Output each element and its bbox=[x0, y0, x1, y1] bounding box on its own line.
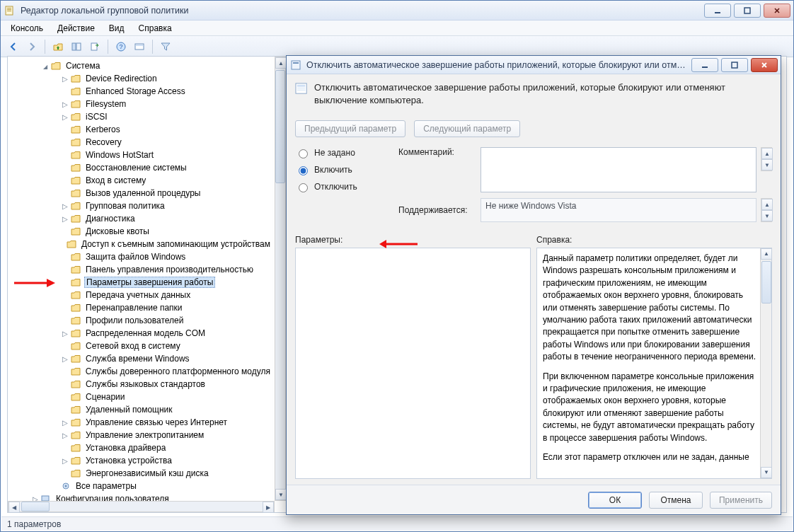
tree-item[interactable]: Kerberos bbox=[9, 123, 275, 136]
tree-item[interactable]: Enhanced Storage Access bbox=[9, 85, 275, 98]
tree-item[interactable]: Управление связью через Интернет bbox=[9, 416, 275, 429]
tree-item[interactable]: Filesystem bbox=[9, 98, 275, 110]
expand-toggle-icon[interactable] bbox=[60, 330, 70, 337]
expand-toggle-icon[interactable] bbox=[60, 432, 70, 439]
menu-console[interactable]: Консоль bbox=[5, 22, 49, 35]
expand-toggle-icon[interactable] bbox=[60, 202, 70, 210]
tree-item[interactable]: Энергонезависимый кэш диска bbox=[9, 467, 275, 480]
previous-setting-button[interactable]: Предыдущий параметр bbox=[295, 120, 405, 137]
dialog-maximize-button[interactable] bbox=[721, 58, 748, 72]
tree-item-label: Распределенная модель COM bbox=[84, 328, 207, 338]
scroll-up-button[interactable]: ▲ bbox=[275, 57, 287, 69]
expand-toggle-icon[interactable] bbox=[30, 495, 40, 502]
scroll-down-button[interactable]: ▼ bbox=[761, 467, 772, 478]
options-button[interactable] bbox=[131, 38, 148, 55]
folder-icon bbox=[70, 175, 81, 185]
menu-action[interactable]: Действие bbox=[52, 22, 100, 35]
menu-help[interactable]: Справка bbox=[133, 22, 178, 35]
tree-item[interactable]: Распределенная модель COM bbox=[9, 327, 275, 340]
tree-item[interactable]: Windows HotStart bbox=[9, 149, 275, 161]
scroll-up-button[interactable]: ▲ bbox=[761, 148, 773, 159]
nav-back-button[interactable] bbox=[5, 38, 22, 55]
tree-item[interactable]: Групповая политика bbox=[9, 200, 275, 212]
tree-item[interactable]: Device Redirection bbox=[9, 72, 275, 85]
export-list-button[interactable] bbox=[86, 38, 103, 55]
close-button[interactable] bbox=[764, 4, 790, 18]
tree-item[interactable]: Дисковые квоты bbox=[9, 225, 275, 238]
expand-toggle-icon[interactable] bbox=[60, 215, 70, 223]
tree-item-system[interactable]: Система bbox=[9, 59, 275, 72]
expand-toggle-icon[interactable] bbox=[60, 457, 70, 465]
tree-item[interactable]: Профили пользователей bbox=[9, 314, 275, 327]
expand-toggle-icon[interactable] bbox=[60, 75, 70, 83]
tree-item[interactable]: Диагностика bbox=[9, 212, 275, 225]
radio-disabled[interactable] bbox=[299, 183, 308, 192]
dialog-close-button[interactable] bbox=[751, 58, 778, 72]
menu-view[interactable]: Вид bbox=[103, 22, 130, 35]
tree-item[interactable]: Службы доверенного платформенного модуля bbox=[9, 365, 275, 378]
comment-scrollbar[interactable]: ▲ ▼ bbox=[761, 147, 772, 171]
folder-icon bbox=[70, 456, 81, 466]
scroll-down-button[interactable]: ▼ bbox=[761, 210, 773, 221]
tree-item-all-settings[interactable]: Все параметры bbox=[9, 480, 275, 492]
tree-item[interactable]: Установка драйвера bbox=[9, 441, 275, 454]
help-button[interactable]: ? bbox=[113, 38, 130, 55]
scroll-thumb[interactable] bbox=[275, 70, 285, 183]
scroll-thumb[interactable] bbox=[21, 502, 50, 511]
tree-item[interactable]: Удаленный помощник bbox=[9, 403, 275, 416]
next-setting-button[interactable]: Следующий параметр bbox=[414, 120, 520, 137]
nav-forward-button[interactable] bbox=[23, 38, 40, 55]
scroll-up-button[interactable]: ▲ bbox=[761, 248, 772, 260]
expand-toggle-icon[interactable] bbox=[60, 113, 70, 121]
help-scrollbar[interactable]: ▲ ▼ bbox=[760, 248, 771, 478]
comment-textarea[interactable] bbox=[481, 147, 756, 192]
tree-item[interactable]: Сценарии bbox=[9, 391, 275, 403]
apply-button[interactable]: Применить bbox=[710, 492, 772, 509]
tree-item[interactable]: Службы языковых стандартов bbox=[9, 378, 275, 391]
tree-item[interactable]: Сетевой вход в систему bbox=[9, 340, 275, 352]
expand-toggle-icon[interactable] bbox=[60, 100, 70, 108]
scroll-up-button[interactable]: ▲ bbox=[761, 199, 773, 210]
tree-item[interactable]: Панель управления производительностью bbox=[9, 263, 275, 276]
scroll-left-button[interactable]: ◀ bbox=[8, 502, 20, 513]
policy-tree[interactable]: СистемаDevice RedirectionEnhanced Storag… bbox=[8, 57, 275, 501]
radio-not-configured[interactable] bbox=[299, 149, 308, 158]
filter-button[interactable] bbox=[157, 38, 174, 55]
maximize-button[interactable] bbox=[734, 4, 761, 18]
tree-item[interactable]: Перенаправление папки bbox=[9, 301, 275, 314]
tree-item[interactable]: Защита файлов Windows bbox=[9, 250, 275, 263]
dialog-minimize-button[interactable] bbox=[691, 58, 718, 72]
scroll-down-button[interactable]: ▼ bbox=[275, 489, 287, 500]
scroll-track[interactable] bbox=[20, 502, 263, 511]
scroll-track[interactable] bbox=[761, 260, 771, 467]
tree-item-user-config[interactable]: Конфигурация пользователя bbox=[9, 492, 275, 501]
tree-horizontal-scrollbar[interactable]: ◀ ▶ bbox=[8, 501, 275, 512]
tree-item[interactable]: Доступ к съемным запоминающим устройства… bbox=[9, 238, 275, 250]
scroll-thumb[interactable] bbox=[761, 261, 771, 303]
tree-item[interactable]: Установка устройства bbox=[9, 454, 275, 467]
scroll-right-button[interactable]: ▶ bbox=[263, 502, 274, 513]
tree-item[interactable]: Параметры завершения работы bbox=[9, 276, 275, 289]
show-hide-tree-button[interactable] bbox=[68, 38, 85, 55]
up-folder-button[interactable] bbox=[50, 38, 67, 55]
tree-item[interactable]: Служба времени Windows bbox=[9, 352, 275, 365]
tree-vertical-scrollbar[interactable]: ▲ ▼ bbox=[275, 57, 286, 501]
tree-item[interactable]: Вызов удаленной процедуры bbox=[9, 187, 275, 200]
expand-toggle-icon[interactable] bbox=[60, 355, 70, 363]
radio-enabled[interactable] bbox=[299, 166, 308, 175]
tree-item-label: Защита файлов Windows bbox=[84, 252, 187, 262]
tree-item[interactable]: Recovery bbox=[9, 136, 275, 149]
tree-item[interactable]: Вход в систему bbox=[9, 174, 275, 187]
minimize-button[interactable] bbox=[704, 4, 731, 18]
tree-item[interactable]: iSCSI bbox=[9, 110, 275, 123]
ok-button[interactable]: ОК bbox=[588, 492, 642, 509]
cancel-button[interactable]: Отмена bbox=[649, 492, 703, 509]
supported-scrollbar[interactable]: ▲ ▼ bbox=[761, 198, 772, 222]
tree-item[interactable]: Управление электропитанием bbox=[9, 429, 275, 441]
expand-toggle-icon[interactable] bbox=[60, 419, 70, 427]
scroll-down-button[interactable]: ▼ bbox=[761, 159, 773, 170]
tree-item[interactable]: Восстановление системы bbox=[9, 161, 275, 174]
tree-item[interactable]: Передача учетных данных bbox=[9, 289, 275, 301]
scroll-track[interactable] bbox=[275, 69, 285, 489]
expand-toggle-icon[interactable] bbox=[40, 62, 50, 70]
